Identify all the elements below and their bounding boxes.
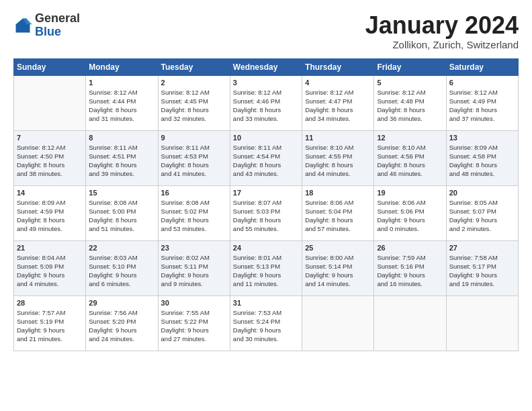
calendar-cell: 23Sunrise: 8:02 AM Sunset: 5:11 PM Dayli… bbox=[158, 240, 230, 295]
day-info: Sunrise: 8:12 AM Sunset: 4:49 PM Dayligh… bbox=[449, 88, 515, 124]
month-title: January 2024 bbox=[365, 12, 519, 39]
logo-blue: Blue bbox=[35, 25, 61, 38]
calendar-cell: 10Sunrise: 8:11 AM Sunset: 4:54 PM Dayli… bbox=[230, 130, 302, 185]
calendar-cell: 25Sunrise: 8:00 AM Sunset: 5:14 PM Dayli… bbox=[302, 240, 374, 295]
week-row-4: 21Sunrise: 8:04 AM Sunset: 5:09 PM Dayli… bbox=[14, 240, 519, 295]
day-number: 23 bbox=[161, 244, 227, 252]
calendar-cell: 4Sunrise: 8:12 AM Sunset: 4:47 PM Daylig… bbox=[302, 75, 374, 130]
day-number: 24 bbox=[233, 244, 299, 252]
day-info: Sunrise: 7:55 AM Sunset: 5:22 PM Dayligh… bbox=[161, 308, 227, 344]
day-info: Sunrise: 8:08 AM Sunset: 5:00 PM Dayligh… bbox=[89, 198, 154, 234]
day-number: 20 bbox=[449, 189, 515, 197]
day-info: Sunrise: 8:02 AM Sunset: 5:11 PM Dayligh… bbox=[161, 253, 227, 289]
day-number: 12 bbox=[377, 134, 443, 142]
day-number: 28 bbox=[17, 299, 83, 307]
location: Zollikon, Zurich, Switzerland bbox=[365, 39, 519, 50]
day-header-sunday: Sunday bbox=[14, 58, 86, 75]
day-info: Sunrise: 8:08 AM Sunset: 5:02 PM Dayligh… bbox=[161, 198, 227, 234]
day-number: 27 bbox=[449, 244, 515, 252]
day-info: Sunrise: 7:58 AM Sunset: 5:17 PM Dayligh… bbox=[449, 253, 515, 289]
day-info: Sunrise: 8:12 AM Sunset: 4:46 PM Dayligh… bbox=[233, 88, 299, 124]
day-number: 11 bbox=[305, 134, 371, 142]
calendar-cell: 29Sunrise: 7:56 AM Sunset: 5:20 PM Dayli… bbox=[86, 295, 158, 351]
day-header-tuesday: Tuesday bbox=[158, 58, 230, 75]
logo-general: General bbox=[35, 11, 80, 25]
calendar-table: SundayMondayTuesdayWednesdayThursdayFrid… bbox=[13, 58, 519, 351]
day-info: Sunrise: 8:04 AM Sunset: 5:09 PM Dayligh… bbox=[17, 253, 83, 289]
day-number: 7 bbox=[17, 134, 83, 142]
day-number: 4 bbox=[305, 79, 371, 87]
day-number: 5 bbox=[377, 79, 443, 87]
day-number: 26 bbox=[377, 244, 443, 252]
calendar-cell bbox=[446, 295, 518, 351]
day-number: 15 bbox=[89, 189, 154, 197]
day-number: 9 bbox=[161, 134, 227, 142]
day-header-friday: Friday bbox=[374, 58, 446, 75]
day-number: 1 bbox=[89, 79, 154, 87]
day-number: 31 bbox=[233, 299, 299, 307]
calendar-cell: 31Sunrise: 7:53 AM Sunset: 5:24 PM Dayli… bbox=[230, 295, 302, 351]
week-row-2: 7Sunrise: 8:12 AM Sunset: 4:50 PM Daylig… bbox=[14, 130, 519, 185]
day-number: 29 bbox=[89, 299, 154, 307]
day-info: Sunrise: 8:12 AM Sunset: 4:45 PM Dayligh… bbox=[161, 88, 227, 124]
calendar-cell: 17Sunrise: 8:07 AM Sunset: 5:03 PM Dayli… bbox=[230, 185, 302, 240]
day-info: Sunrise: 8:10 AM Sunset: 4:56 PM Dayligh… bbox=[377, 143, 443, 179]
day-info: Sunrise: 8:12 AM Sunset: 4:48 PM Dayligh… bbox=[377, 88, 443, 124]
logo: General Blue bbox=[13, 12, 80, 39]
day-info: Sunrise: 8:09 AM Sunset: 4:59 PM Dayligh… bbox=[17, 198, 83, 234]
day-info: Sunrise: 8:10 AM Sunset: 4:55 PM Dayligh… bbox=[305, 143, 371, 179]
calendar-cell: 6Sunrise: 8:12 AM Sunset: 4:49 PM Daylig… bbox=[446, 75, 518, 130]
header-row: SundayMondayTuesdayWednesdayThursdayFrid… bbox=[14, 58, 519, 75]
calendar-cell: 13Sunrise: 8:09 AM Sunset: 4:58 PM Dayli… bbox=[446, 130, 518, 185]
day-number: 17 bbox=[233, 189, 299, 197]
day-header-wednesday: Wednesday bbox=[230, 58, 302, 75]
day-info: Sunrise: 8:11 AM Sunset: 4:53 PM Dayligh… bbox=[161, 143, 227, 179]
calendar-cell: 2Sunrise: 8:12 AM Sunset: 4:45 PM Daylig… bbox=[158, 75, 230, 130]
calendar-cell bbox=[302, 295, 374, 351]
page: General Blue January 2024 Zollikon, Zuri… bbox=[0, 0, 532, 358]
calendar-cell bbox=[374, 295, 446, 351]
calendar-cell: 12Sunrise: 8:10 AM Sunset: 4:56 PM Dayli… bbox=[374, 130, 446, 185]
day-header-thursday: Thursday bbox=[302, 58, 374, 75]
calendar-cell: 22Sunrise: 8:03 AM Sunset: 5:10 PM Dayli… bbox=[86, 240, 158, 295]
calendar-cell: 7Sunrise: 8:12 AM Sunset: 4:50 PM Daylig… bbox=[14, 130, 86, 185]
day-number: 21 bbox=[17, 244, 83, 252]
day-number: 2 bbox=[161, 79, 227, 87]
day-info: Sunrise: 8:12 AM Sunset: 4:50 PM Dayligh… bbox=[17, 143, 83, 179]
day-info: Sunrise: 8:09 AM Sunset: 4:58 PM Dayligh… bbox=[449, 143, 515, 179]
day-info: Sunrise: 7:56 AM Sunset: 5:20 PM Dayligh… bbox=[89, 308, 154, 344]
day-number: 8 bbox=[89, 134, 154, 142]
calendar-cell: 28Sunrise: 7:57 AM Sunset: 5:19 PM Dayli… bbox=[14, 295, 86, 351]
day-info: Sunrise: 8:11 AM Sunset: 4:54 PM Dayligh… bbox=[233, 143, 299, 179]
day-number: 14 bbox=[17, 189, 83, 197]
calendar-cell: 1Sunrise: 8:12 AM Sunset: 4:44 PM Daylig… bbox=[86, 75, 158, 130]
calendar-cell: 11Sunrise: 8:10 AM Sunset: 4:55 PM Dayli… bbox=[302, 130, 374, 185]
day-number: 30 bbox=[161, 299, 227, 307]
calendar-cell: 9Sunrise: 8:11 AM Sunset: 4:53 PM Daylig… bbox=[158, 130, 230, 185]
day-number: 22 bbox=[89, 244, 154, 252]
day-number: 6 bbox=[449, 79, 515, 87]
day-info: Sunrise: 8:00 AM Sunset: 5:14 PM Dayligh… bbox=[305, 253, 371, 289]
calendar-cell: 26Sunrise: 7:59 AM Sunset: 5:16 PM Dayli… bbox=[374, 240, 446, 295]
day-info: Sunrise: 8:03 AM Sunset: 5:10 PM Dayligh… bbox=[89, 253, 154, 289]
day-number: 10 bbox=[233, 134, 299, 142]
day-info: Sunrise: 8:06 AM Sunset: 5:06 PM Dayligh… bbox=[377, 198, 443, 234]
day-header-saturday: Saturday bbox=[446, 58, 518, 75]
day-info: Sunrise: 8:11 AM Sunset: 4:51 PM Dayligh… bbox=[89, 143, 154, 179]
week-row-5: 28Sunrise: 7:57 AM Sunset: 5:19 PM Dayli… bbox=[14, 295, 519, 351]
calendar-cell: 14Sunrise: 8:09 AM Sunset: 4:59 PM Dayli… bbox=[14, 185, 86, 240]
header: General Blue January 2024 Zollikon, Zuri… bbox=[13, 12, 519, 50]
day-info: Sunrise: 8:07 AM Sunset: 5:03 PM Dayligh… bbox=[233, 198, 299, 234]
day-number: 25 bbox=[305, 244, 371, 252]
calendar-cell: 3Sunrise: 8:12 AM Sunset: 4:46 PM Daylig… bbox=[230, 75, 302, 130]
day-info: Sunrise: 8:12 AM Sunset: 4:47 PM Dayligh… bbox=[305, 88, 371, 124]
week-row-1: 1Sunrise: 8:12 AM Sunset: 4:44 PM Daylig… bbox=[14, 75, 519, 130]
day-info: Sunrise: 8:06 AM Sunset: 5:04 PM Dayligh… bbox=[305, 198, 371, 234]
day-header-monday: Monday bbox=[86, 58, 158, 75]
calendar-cell bbox=[14, 75, 86, 130]
day-number: 18 bbox=[305, 189, 371, 197]
day-info: Sunrise: 7:59 AM Sunset: 5:16 PM Dayligh… bbox=[377, 253, 443, 289]
calendar-cell: 8Sunrise: 8:11 AM Sunset: 4:51 PM Daylig… bbox=[86, 130, 158, 185]
day-info: Sunrise: 8:12 AM Sunset: 4:44 PM Dayligh… bbox=[89, 88, 154, 124]
calendar-cell: 21Sunrise: 8:04 AM Sunset: 5:09 PM Dayli… bbox=[14, 240, 86, 295]
